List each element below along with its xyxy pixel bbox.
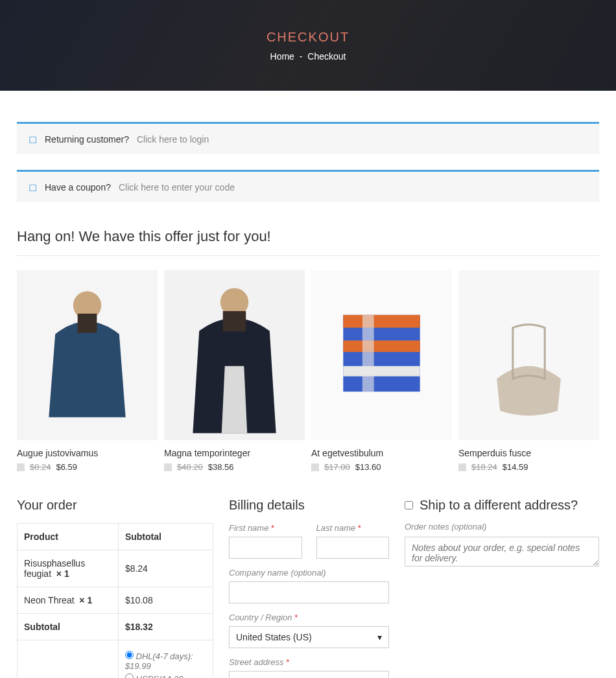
- product-card[interactable]: At egetvestibulum $17.00 $13.60: [311, 269, 452, 472]
- breadcrumb: Home - Checkout: [270, 51, 346, 62]
- order-table: Product Subtotal Risusphasellus feugiat …: [17, 523, 213, 678]
- company-field[interactable]: [229, 581, 389, 603]
- product-name: At egetvestibulum: [311, 448, 452, 458]
- new-price: $14.59: [503, 462, 528, 472]
- svg-rect-10: [343, 366, 420, 377]
- order-notes-field[interactable]: [405, 537, 599, 567]
- window-icon: ◻: [29, 181, 37, 193]
- product-image: [311, 269, 452, 441]
- color-swatch[interactable]: [311, 463, 319, 471]
- old-price: $18.24: [471, 462, 497, 472]
- window-icon: ◻: [29, 133, 37, 145]
- table-row: Neon Threat × 1 $10.08: [18, 587, 213, 614]
- returning-customer-notice: ◻ Returning customer? Click here to logi…: [17, 122, 599, 154]
- item-price: $10.08: [118, 587, 213, 614]
- svg-rect-8: [343, 315, 420, 328]
- product-card[interactable]: Magna temporinteger $48.20 $38.56: [164, 269, 305, 472]
- first-name-label: First name *: [229, 523, 302, 533]
- street-address-1-field[interactable]: [229, 671, 389, 678]
- new-price: $38.56: [208, 462, 234, 472]
- breadcrumb-home[interactable]: Home: [270, 51, 294, 62]
- shipping-radio[interactable]: [125, 651, 134, 659]
- old-price: $17.00: [324, 462, 350, 472]
- product-image: [458, 269, 599, 441]
- coupon-label: Have a coupon?: [45, 182, 111, 193]
- product-name: Magna temporinteger: [164, 448, 305, 458]
- breadcrumb-sep: -: [300, 51, 303, 62]
- ship-different-checkbox[interactable]: [405, 501, 413, 509]
- order-title: Your order: [17, 498, 213, 513]
- product-name: Augue justovivamus: [17, 448, 158, 458]
- coupon-notice: ◻ Have a coupon? Click here to enter you…: [17, 170, 599, 202]
- offer-heading: Hang on! We have this offer just for you…: [17, 228, 599, 256]
- ship-different-title: Ship to a different address?: [420, 498, 599, 513]
- shipping-label: Shipping: [18, 640, 119, 679]
- table-row: Risusphasellus feugiat × 1 $8.24: [18, 550, 213, 587]
- country-value: United States (US): [236, 632, 312, 642]
- svg-rect-5: [223, 311, 246, 332]
- shipping-radio[interactable]: [125, 673, 134, 678]
- returning-label: Returning customer?: [45, 134, 129, 145]
- item-qty: × 1: [56, 568, 69, 579]
- color-swatch[interactable]: [458, 463, 466, 471]
- company-label: Company name (optional): [229, 568, 389, 578]
- order-notes-label: Order notes (optional): [405, 522, 599, 532]
- old-price: $8.24: [30, 462, 51, 472]
- product-image: [17, 269, 158, 441]
- new-price: $13.60: [355, 462, 381, 472]
- street-label: Street address *: [229, 657, 389, 667]
- col-subtotal: Subtotal: [118, 524, 213, 550]
- last-name-field[interactable]: [316, 537, 390, 559]
- shipping-option-usps[interactable]: USPS(14-20 days): $4.99: [125, 673, 206, 678]
- shipping-option-dhl[interactable]: DHL(4-7 days): $19.99: [125, 651, 206, 671]
- item-qty: × 1: [79, 595, 92, 605]
- coupon-link[interactable]: Click here to enter your code: [119, 182, 235, 193]
- color-swatch[interactable]: [164, 463, 172, 471]
- item-name: Neon Threat: [24, 595, 75, 605]
- shipping-options: DHL(4-7 days): $19.99 USPS(14-20 days): …: [118, 640, 213, 679]
- new-price: $6.59: [56, 462, 78, 472]
- chevron-down-icon: ▾: [377, 632, 382, 642]
- old-price: $48.20: [177, 462, 203, 472]
- hero-banner: CHECKOUT Home - Checkout: [0, 0, 616, 91]
- billing-title: Billing details: [229, 498, 389, 513]
- country-select[interactable]: United States (US) ▾: [229, 626, 389, 648]
- item-name: Risusphasellus feugiat: [24, 558, 85, 579]
- country-label: Country / Region *: [229, 613, 389, 622]
- breadcrumb-current: Checkout: [307, 51, 346, 62]
- col-product: Product: [18, 524, 119, 550]
- product-offer-list: Augue justovivamus $8.24 $6.59 Magna tem…: [17, 269, 599, 472]
- login-link[interactable]: Click here to login: [137, 134, 209, 145]
- item-price: $8.24: [118, 550, 213, 587]
- first-name-field[interactable]: [229, 537, 302, 559]
- product-image: [164, 269, 305, 441]
- last-name-label: Last name *: [316, 523, 390, 533]
- svg-rect-9: [343, 340, 420, 352]
- product-card[interactable]: Semperduis fusce $18.24 $14.59: [458, 269, 599, 472]
- svg-rect-11: [362, 315, 374, 392]
- product-card[interactable]: Augue justovivamus $8.24 $6.59: [17, 269, 158, 472]
- page-title: CHECKOUT: [267, 30, 349, 45]
- color-swatch[interactable]: [17, 463, 25, 471]
- subtotal-label: Subtotal: [18, 614, 119, 640]
- svg-rect-2: [78, 314, 97, 333]
- subtotal-value: $18.32: [118, 614, 213, 640]
- product-name: Semperduis fusce: [458, 448, 599, 458]
